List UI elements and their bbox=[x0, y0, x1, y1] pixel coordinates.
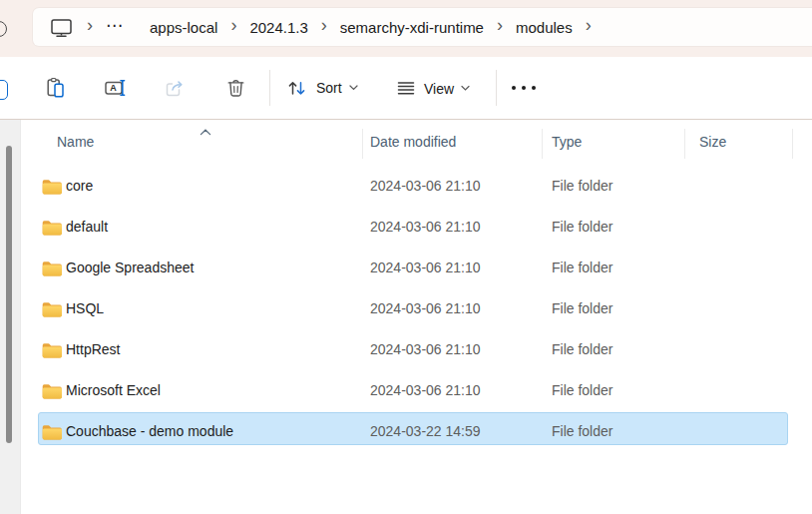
folder-icon bbox=[42, 301, 62, 317]
column-header-date-modified[interactable]: Date modified bbox=[370, 134, 456, 150]
breadcrumb-chevron-icon[interactable]: › bbox=[497, 16, 503, 34]
share-icon bbox=[165, 78, 187, 99]
file-date-modified: 2024-03-06 21:10 bbox=[370, 219, 481, 235]
column-header-type[interactable]: Type bbox=[552, 134, 582, 150]
folder-icon bbox=[42, 220, 62, 236]
column-header-row: Name Date modified Type Size bbox=[0, 125, 812, 159]
breadcrumb[interactable]: › ⋯ apps-local › 2024.1.3 › semarchy-xdi… bbox=[33, 8, 812, 46]
toolbar-divider bbox=[496, 70, 497, 106]
chevron-down-icon bbox=[349, 85, 358, 91]
sort-button-label: Sort bbox=[316, 80, 342, 96]
column-divider[interactable] bbox=[542, 129, 543, 159]
file-type: File folder bbox=[552, 423, 612, 439]
share-button bbox=[165, 78, 187, 99]
rename-icon: A bbox=[105, 78, 128, 99]
view-icon bbox=[396, 79, 416, 98]
file-date-modified: 2024-03-06 21:10 bbox=[370, 300, 481, 316]
file-type: File folder bbox=[552, 300, 612, 316]
breadcrumb-chevron-icon[interactable]: › bbox=[230, 16, 236, 34]
column-divider[interactable] bbox=[684, 129, 685, 159]
file-row[interactable]: HSQL 2024-03-06 21:10 File folder bbox=[0, 288, 812, 329]
file-list-pane: Name Date modified Type Size core 2024-0… bbox=[0, 120, 812, 514]
command-toolbar: A bbox=[0, 57, 812, 120]
file-type: File folder bbox=[552, 259, 612, 275]
file-name: default bbox=[66, 219, 108, 235]
view-button[interactable]: View bbox=[396, 79, 470, 98]
file-name: Google Spreadsheet bbox=[66, 259, 194, 275]
file-date-modified: 2024-03-22 14:59 bbox=[370, 423, 481, 439]
more-options-button[interactable] bbox=[512, 86, 536, 90]
svg-text:A: A bbox=[110, 83, 117, 93]
paste-button[interactable] bbox=[45, 78, 66, 99]
folder-icon bbox=[42, 179, 62, 195]
column-header-size[interactable]: Size bbox=[699, 134, 726, 150]
rename-button[interactable]: A bbox=[105, 78, 128, 99]
file-date-modified: 2024-03-06 21:10 bbox=[370, 382, 481, 398]
toolbar-divider bbox=[269, 70, 270, 106]
file-row[interactable]: default 2024-03-06 21:10 File folder bbox=[0, 207, 812, 248]
sort-ascending-caret-icon bbox=[200, 129, 211, 136]
this-pc-icon[interactable] bbox=[50, 17, 73, 38]
column-header-name[interactable]: Name bbox=[57, 134, 94, 150]
file-name: HSQL bbox=[66, 300, 104, 316]
breadcrumb-chevron-icon[interactable]: › bbox=[321, 16, 327, 34]
folder-icon bbox=[42, 260, 62, 276]
breadcrumb-chevron-icon: › bbox=[87, 16, 93, 34]
sort-button[interactable]: Sort bbox=[286, 78, 358, 98]
copy-icon[interactable] bbox=[0, 80, 8, 100]
file-row[interactable]: Microsoft Excel 2024-03-06 21:10 File fo… bbox=[0, 370, 812, 411]
delete-button[interactable] bbox=[225, 78, 246, 99]
file-name: HttpRest bbox=[66, 341, 120, 357]
file-row[interactable]: HttpRest 2024-03-06 21:10 File folder bbox=[0, 329, 812, 370]
breadcrumb-item-version[interactable]: 2024.1.3 bbox=[249, 19, 307, 36]
file-type: File folder bbox=[552, 178, 612, 194]
folder-icon bbox=[42, 424, 62, 440]
file-explorer-window: › ⋯ apps-local › 2024.1.3 › semarchy-xdi… bbox=[0, 0, 812, 514]
delete-icon bbox=[225, 78, 246, 99]
folder-icon bbox=[42, 383, 62, 399]
file-rows: core 2024-03-06 21:10 File folder defaul… bbox=[0, 166, 812, 452]
breadcrumb-item-modules[interactable]: modules bbox=[516, 19, 573, 36]
file-row-selected[interactable]: Couchbase - demo module 2024-03-22 14:59… bbox=[0, 411, 812, 452]
breadcrumb-item-apps-local[interactable]: apps-local bbox=[150, 19, 217, 36]
chevron-down-icon bbox=[461, 85, 470, 91]
breadcrumb-chevron-icon[interactable]: › bbox=[586, 16, 592, 34]
paste-icon bbox=[45, 78, 66, 99]
column-divider[interactable] bbox=[362, 129, 363, 159]
folder-icon bbox=[42, 342, 62, 358]
file-name: core bbox=[66, 178, 93, 194]
file-row[interactable]: core 2024-03-06 21:10 File folder bbox=[0, 166, 812, 207]
file-name: Couchbase - demo module bbox=[66, 423, 233, 439]
view-button-label: View bbox=[424, 80, 454, 96]
ellipsis-icon bbox=[512, 86, 536, 90]
column-divider[interactable] bbox=[792, 129, 793, 159]
breadcrumb-overflow-button[interactable]: ⋯ bbox=[106, 15, 124, 36]
file-row[interactable]: Google Spreadsheet 2024-03-06 21:10 File… bbox=[0, 248, 812, 288]
breadcrumb-item-runtime[interactable]: semarchy-xdi-runtime bbox=[340, 19, 484, 36]
address-bar-row: › ⋯ apps-local › 2024.1.3 › semarchy-xdi… bbox=[0, 0, 812, 57]
sort-icon bbox=[286, 78, 308, 98]
file-name: Microsoft Excel bbox=[66, 382, 161, 398]
file-date-modified: 2024-03-06 21:10 bbox=[370, 341, 481, 357]
file-type: File folder bbox=[552, 219, 612, 235]
file-type: File folder bbox=[552, 382, 612, 398]
file-date-modified: 2024-03-06 21:10 bbox=[370, 178, 481, 194]
refresh-icon[interactable] bbox=[0, 21, 7, 37]
file-type: File folder bbox=[552, 341, 612, 357]
file-date-modified: 2024-03-06 21:10 bbox=[370, 259, 481, 275]
